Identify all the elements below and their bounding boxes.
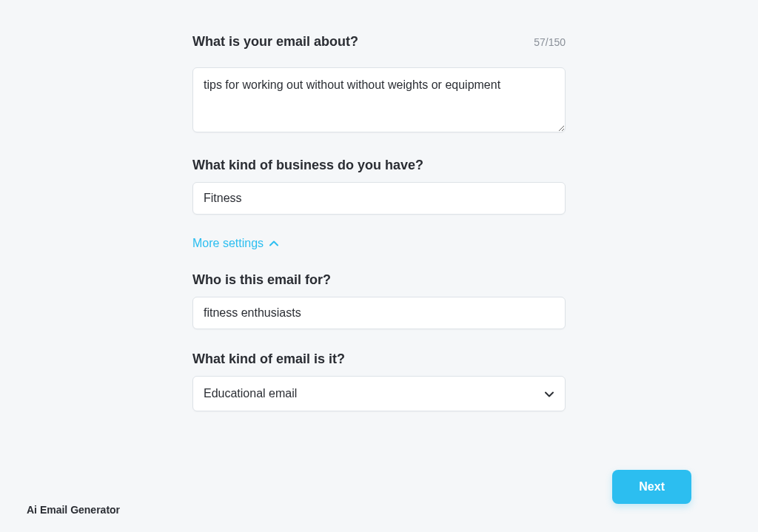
email-for-label: Who is this email for?	[192, 272, 566, 288]
email-about-textarea[interactable]	[192, 67, 566, 132]
email-about-label: What is your email about?	[192, 34, 358, 50]
footer-label: Ai Email Generator	[27, 504, 120, 516]
email-kind-field: What kind of email is it? Educational em…	[192, 351, 566, 411]
next-button[interactable]: Next	[612, 470, 691, 504]
business-kind-field: What kind of business do you have?	[192, 158, 566, 215]
more-settings-label: More settings	[192, 237, 264, 250]
email-about-field: What is your email about? 57/150	[192, 34, 566, 135]
email-for-input[interactable]	[192, 297, 566, 329]
chevron-up-icon	[269, 240, 278, 246]
email-kind-label: What kind of email is it?	[192, 351, 566, 367]
email-for-field: Who is this email for?	[192, 272, 566, 329]
email-kind-select[interactable]: Educational email	[192, 376, 566, 411]
business-kind-label: What kind of business do you have?	[192, 158, 566, 173]
char-count: 57/150	[534, 36, 566, 48]
business-kind-input[interactable]	[192, 182, 566, 215]
more-settings-toggle[interactable]: More settings	[192, 237, 278, 250]
